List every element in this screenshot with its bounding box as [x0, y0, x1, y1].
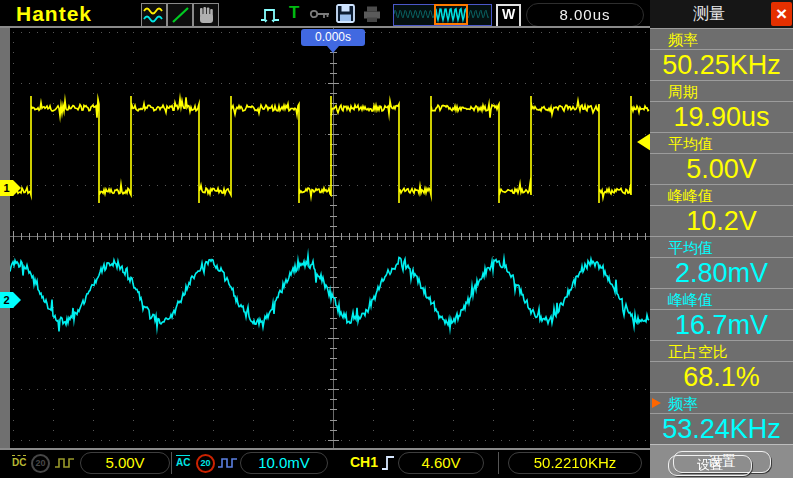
ch2-scale-readout[interactable]: 10.0mV	[240, 452, 328, 474]
trigger-t-icon[interactable]: T	[289, 3, 299, 23]
save-button[interactable]	[336, 4, 356, 24]
measurement-label-selected: 频率	[650, 392, 793, 413]
divider	[171, 452, 172, 474]
panel-title: 测量	[650, 0, 768, 28]
frequency-counter-readout[interactable]: 50.2210KHz	[508, 452, 642, 474]
waveform-display	[10, 28, 650, 450]
dual-wave-icon	[143, 5, 165, 25]
measurement-label: 平均值	[650, 132, 793, 153]
measurement-label: 正占空比	[650, 340, 793, 361]
hand-drag-icon[interactable]	[193, 3, 219, 27]
settings-button[interactable]: 设置	[668, 455, 752, 476]
floppy-disk-icon	[336, 4, 356, 24]
rising-edge-icon	[381, 452, 396, 473]
slope-tool-icon[interactable]	[167, 3, 193, 27]
channel-waveforms-icon[interactable]	[141, 3, 167, 27]
timebase-readout[interactable]: 8.00us	[526, 3, 644, 27]
measurement-value: 16.7mV	[650, 309, 793, 340]
measurement-value: 10.2V	[650, 205, 793, 236]
window-mode-icon[interactable]: W	[496, 4, 521, 28]
trigger-position-tab[interactable]: 0.000s	[301, 29, 365, 46]
measurement-value: 53.24KHz	[650, 413, 793, 444]
ch1-coupling-dc[interactable]: DC	[12, 455, 26, 468]
scope-canvas	[10, 28, 650, 450]
ch2-invert-icon[interactable]	[217, 456, 241, 474]
trigger-level-arrow[interactable]	[637, 133, 651, 151]
measurement-value: 50.25KHz	[650, 49, 793, 80]
measurement-label: 周期	[650, 80, 793, 101]
ch1-invert-icon[interactable]	[54, 456, 78, 474]
pulse-icon	[259, 5, 283, 24]
pulse-width-trigger-icon[interactable]	[259, 5, 283, 24]
square-wave-icon	[217, 456, 241, 470]
channel2-marker[interactable]: 2	[0, 292, 21, 308]
ch1-scale-readout[interactable]: 5.00V	[80, 452, 170, 474]
divider	[498, 452, 499, 474]
trigger-position-pointer[interactable]	[327, 46, 339, 53]
selected-arrow-icon	[652, 398, 661, 408]
zoom-window-frame[interactable]	[434, 4, 468, 25]
measurement-label: 峰峰值	[650, 184, 793, 205]
diagonal-line-icon	[169, 5, 191, 25]
measurement-label: 平均值	[650, 236, 793, 257]
channel1-marker[interactable]: 1	[0, 180, 21, 196]
trigger-edge-icon[interactable]	[381, 452, 396, 477]
measurement-value: 5.00V	[650, 153, 793, 184]
left-marker-strip	[0, 28, 10, 450]
key-icon	[309, 7, 332, 21]
printer-icon	[362, 5, 382, 23]
measurement-value: 19.90us	[650, 101, 793, 132]
waveform-preview-strip[interactable]	[393, 4, 492, 26]
ch1-bandwidth-icon[interactable]: 20	[31, 454, 50, 473]
ch2-coupling-ac[interactable]: AC	[176, 455, 190, 468]
measurement-value: 2.80mV	[650, 257, 793, 288]
trigger-level-readout[interactable]: 4.60V	[398, 452, 484, 474]
brand-logo: Hantek	[16, 2, 92, 26]
measurement-label: 频率	[650, 28, 793, 49]
square-wave-icon	[54, 456, 78, 470]
close-icon[interactable]: ×	[771, 2, 792, 26]
hand-icon	[195, 5, 217, 25]
measurement-value: 68.1%	[650, 361, 793, 392]
measurement-label: 峰峰值	[650, 288, 793, 309]
measurement-panel: 测量 × 频率 50.25KHz 周期 19.90us 平均值 5.00V 峰峰…	[650, 0, 793, 478]
ch2-bandwidth-icon[interactable]: 20	[196, 454, 215, 473]
trigger-source-label[interactable]: CH1	[350, 454, 378, 470]
print-button[interactable]	[362, 5, 382, 23]
lock-key-icon[interactable]	[309, 7, 332, 21]
panel-header: 测量 ×	[650, 0, 793, 28]
